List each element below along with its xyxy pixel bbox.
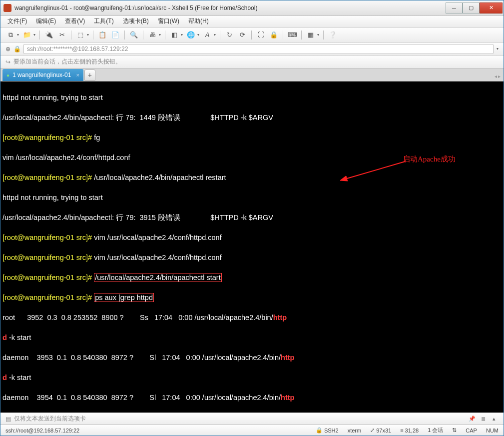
add-session-icon[interactable]: ⊕ bbox=[5, 46, 10, 52]
app-icon bbox=[3, 4, 11, 12]
menu-tools[interactable]: 工具(T) bbox=[92, 16, 115, 26]
tabbar: ● 1 wangruifenglinux-01 × + ◂ ▸ bbox=[0, 68, 504, 82]
maximize-button[interactable]: ▢ bbox=[463, 2, 480, 14]
tab-add-button[interactable]: + bbox=[84, 70, 95, 80]
status-ssh: 🔒 SSH2 bbox=[316, 427, 339, 434]
keyboard-icon[interactable]: ⌨ bbox=[287, 30, 297, 40]
status-num: NUM bbox=[486, 428, 499, 434]
open-icon[interactable]: 📁 bbox=[22, 30, 32, 40]
color-icon[interactable]: ◧ bbox=[169, 30, 179, 40]
terminal[interactable]: httpd not running, trying to start /usr/… bbox=[0, 82, 504, 412]
minimize-button[interactable]: ─ bbox=[446, 2, 463, 14]
address-input[interactable] bbox=[23, 44, 494, 54]
hint-text: 要添加当前会话，点击左侧的箭头按钮。 bbox=[13, 58, 121, 66]
status-size: ⤢ 97x31 bbox=[370, 427, 391, 434]
status-connection: ssh://root@192.168.57.129:22 bbox=[5, 428, 307, 434]
up-icon[interactable]: ▴ bbox=[490, 415, 499, 423]
properties-icon[interactable]: ⬚ bbox=[75, 30, 85, 40]
globe-icon[interactable]: 🌐 bbox=[186, 30, 196, 40]
reconnect-icon[interactable]: 🔌 bbox=[44, 30, 54, 40]
add-arrow-icon[interactable]: ↪ bbox=[5, 58, 10, 66]
new-session-icon[interactable]: ⧉ bbox=[5, 30, 15, 40]
disconnect-icon[interactable]: ✂ bbox=[57, 30, 67, 40]
tab-label: 1 wangruifenglinux-01 bbox=[12, 72, 71, 78]
print-icon[interactable]: 🖶 bbox=[147, 30, 157, 40]
font-icon[interactable]: A bbox=[202, 30, 212, 40]
tab-prev-icon[interactable]: ◂ bbox=[495, 74, 497, 79]
refresh-icon[interactable]: ↻ bbox=[224, 30, 234, 40]
status-sessions: 1 会话 bbox=[428, 426, 443, 434]
tab-next-icon[interactable]: ▸ bbox=[498, 74, 501, 79]
sendbar: ▤ 仅将文本发送到当前选项卡 📌 ≣ ▴ bbox=[0, 412, 504, 424]
lock-icon: 🔒 bbox=[13, 46, 20, 52]
status-pos: ≡ 31,28 bbox=[400, 428, 419, 434]
menu-file[interactable]: 文件(F) bbox=[5, 16, 29, 26]
list-icon[interactable]: ≣ bbox=[479, 415, 488, 423]
window-title: wangruifenglinux-01 - root@wangruifeng-0… bbox=[14, 4, 446, 12]
statusbar: ssh://root@192.168.57.129:22 🔒 SSH2 xter… bbox=[0, 424, 504, 436]
addressbar: ⊕ 🔒 ▾ bbox=[0, 42, 504, 56]
address-dropdown-icon[interactable]: ▾ bbox=[497, 46, 499, 51]
window-controls: ─ ▢ ✕ bbox=[446, 2, 503, 14]
menu-window[interactable]: 窗口(W) bbox=[156, 16, 181, 26]
menu-view[interactable]: 查看(V) bbox=[63, 16, 87, 26]
tab-nav: ◂ ▸ bbox=[495, 74, 501, 79]
layout-icon[interactable]: ▦ bbox=[306, 30, 316, 40]
status-dot-icon: ● bbox=[6, 72, 9, 78]
sendbar-text: 仅将文本发送到当前选项卡 bbox=[14, 414, 86, 423]
menu-edit[interactable]: 编辑(E) bbox=[34, 16, 58, 26]
sync-icon[interactable]: ⟳ bbox=[237, 30, 247, 40]
status-net-icon: ⇅ bbox=[452, 427, 457, 434]
app-window: wangruifenglinux-01 - root@wangruifeng-0… bbox=[0, 0, 504, 436]
send-icon[interactable]: ▤ bbox=[5, 416, 11, 422]
pin-icon[interactable]: 📌 bbox=[468, 415, 477, 423]
fullscreen-icon[interactable]: ⛶ bbox=[256, 30, 266, 40]
status-cap: CAP bbox=[466, 428, 477, 434]
menubar: 文件(F) 编辑(E) 查看(V) 工具(T) 选项卡(B) 窗口(W) 帮助(… bbox=[0, 16, 504, 28]
toolbar: ⧉▾ 📁▾ 🔌 ✂ ⬚▾ 📋 📄 🔍 🖶▾ ◧▾ 🌐▾ A▾ ↻ ⟳ ⛶ 🔒 ⌨… bbox=[0, 28, 504, 42]
tab-close-icon[interactable]: × bbox=[76, 72, 79, 78]
lock-icon[interactable]: 🔒 bbox=[269, 30, 279, 40]
hintbar: ↪ 要添加当前会话，点击左侧的箭头按钮。 bbox=[0, 56, 504, 68]
copy-icon[interactable]: 📋 bbox=[97, 30, 107, 40]
menu-help[interactable]: 帮助(H) bbox=[186, 16, 211, 26]
menu-tab[interactable]: 选项卡(B) bbox=[121, 16, 151, 26]
paste-icon[interactable]: 📄 bbox=[110, 30, 120, 40]
status-term: xterm bbox=[348, 428, 362, 434]
session-tab[interactable]: ● 1 wangruifenglinux-01 × bbox=[2, 69, 83, 81]
titlebar: wangruifenglinux-01 - root@wangruifeng-0… bbox=[0, 0, 504, 16]
help-icon[interactable]: ❔ bbox=[328, 30, 338, 40]
find-icon[interactable]: 🔍 bbox=[129, 30, 139, 40]
close-button[interactable]: ✕ bbox=[480, 2, 503, 14]
